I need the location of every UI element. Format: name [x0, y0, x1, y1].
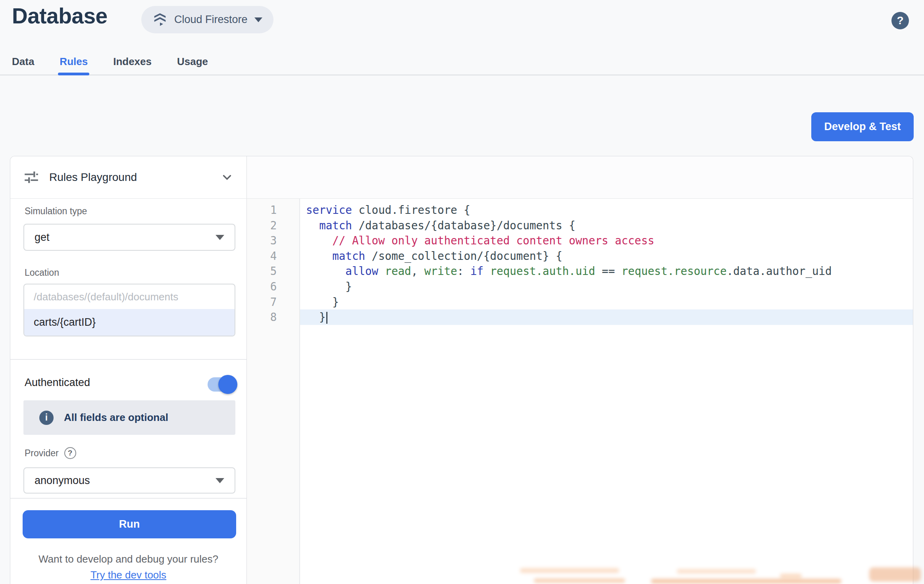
provider-help-icon[interactable]: ?: [64, 447, 76, 459]
code-line[interactable]: 6 }: [247, 279, 913, 294]
simulation-type-label: Simulation type: [25, 206, 87, 217]
line-number: 5: [247, 263, 300, 279]
info-banner-text: All fields are optional: [64, 411, 168, 424]
code-line[interactable]: 7 }: [247, 294, 913, 310]
code-content: }: [300, 279, 913, 294]
toggle-knob: [218, 375, 237, 394]
tab-data[interactable]: Data: [10, 48, 36, 75]
rules-playground-header[interactable]: Rules Playground: [10, 156, 247, 198]
chevron-down-icon: [254, 17, 262, 22]
location-label: Location: [25, 267, 59, 278]
code-content: }: [300, 294, 913, 310]
card-header-row: Rules Playground: [10, 156, 913, 199]
code-content: service cloud.firestore {: [300, 202, 913, 218]
line-number: 7: [247, 294, 300, 310]
code-line[interactable]: 1service cloud.firestore {: [247, 202, 913, 218]
code-content: // Allow only authenticated content owne…: [300, 233, 913, 248]
code-line[interactable]: 2 match /databases/{database}/documents …: [247, 218, 913, 233]
line-number: 2: [247, 218, 300, 233]
simulation-type-select[interactable]: get: [23, 224, 235, 251]
tab-label: Usage: [177, 56, 208, 68]
line-number: 3: [247, 233, 300, 248]
help-icon[interactable]: ?: [891, 12, 909, 29]
section-divider: [10, 359, 246, 360]
product-chip-label: Cloud Firestore: [174, 13, 248, 26]
dev-tools-link-wrap: Try the dev tools: [10, 569, 246, 581]
code-content: }: [300, 309, 913, 325]
line-number: 8: [247, 309, 300, 325]
provider-select[interactable]: anonymous: [23, 467, 235, 494]
dropdown-arrow-icon: [216, 478, 224, 483]
rules-playground-panel: Simulation type get Location /databases/…: [10, 199, 247, 584]
provider-label: Provider: [25, 448, 59, 459]
rules-simulator-card: Rules Playground Simulation type get Loc…: [10, 156, 913, 584]
product-selector-chip[interactable]: Cloud Firestore: [141, 6, 273, 33]
tab-label: Indexes: [113, 56, 152, 68]
line-number: 6: [247, 279, 300, 294]
playground-title: Rules Playground: [49, 171, 211, 184]
tune-icon: [23, 169, 40, 186]
card-body-row: Simulation type get Location /databases/…: [10, 199, 913, 584]
code-content: match /databases/{database}/documents {: [300, 218, 913, 233]
info-icon: i: [39, 411, 54, 425]
dev-tools-question: Want to develop and debug your rules?: [10, 553, 246, 565]
tab-rules[interactable]: Rules: [58, 48, 89, 75]
tab-usage[interactable]: Usage: [175, 48, 210, 75]
tab-label: Rules: [60, 56, 88, 68]
run-button[interactable]: Run: [23, 510, 236, 538]
authenticated-toggle[interactable]: [208, 377, 235, 392]
code-line[interactable]: 8 }: [247, 309, 913, 325]
location-placeholder: /databases/(default)/documents: [24, 284, 235, 309]
section-divider: [10, 498, 246, 499]
code-line[interactable]: 5 allow read, write: if request.auth.uid…: [247, 263, 913, 279]
firestore-icon: [152, 12, 167, 27]
location-input[interactable]: /databases/(default)/documents carts/{ca…: [23, 284, 235, 336]
code-content: match /some_collection/{document} {: [300, 248, 913, 264]
rules-code-editor[interactable]: 1service cloud.firestore {2 match /datab…: [247, 199, 913, 584]
code-line[interactable]: 4 match /some_collection/{document} {: [247, 248, 913, 264]
code-line[interactable]: 3 // Allow only authenticated content ow…: [247, 233, 913, 248]
collapse-chevron-icon[interactable]: [220, 171, 234, 184]
code-lines: 1service cloud.firestore {2 match /datab…: [247, 202, 913, 325]
tab-list: DataRulesIndexesUsage: [10, 48, 210, 75]
tab-indexes[interactable]: Indexes: [112, 48, 153, 75]
provider-value: anonymous: [35, 474, 216, 487]
page-title: Database: [12, 3, 108, 29]
editor-toolbar: [247, 156, 913, 198]
provider-label-row: Provider ?: [25, 447, 76, 459]
dev-tools-link[interactable]: Try the dev tools: [90, 569, 166, 581]
line-number: 4: [247, 248, 300, 264]
text-cursor: [326, 312, 327, 324]
tab-label: Data: [12, 56, 34, 68]
simulation-type-value: get: [35, 231, 216, 244]
line-number: 1: [247, 202, 300, 218]
dropdown-arrow-icon: [216, 235, 224, 240]
location-value[interactable]: carts/{cartID}: [24, 309, 235, 336]
develop-test-button[interactable]: Develop & Test: [811, 112, 914, 141]
authenticated-label: Authenticated: [25, 377, 90, 389]
code-content: allow read, write: if request.auth.uid =…: [300, 263, 913, 279]
info-banner: i All fields are optional: [23, 400, 235, 435]
